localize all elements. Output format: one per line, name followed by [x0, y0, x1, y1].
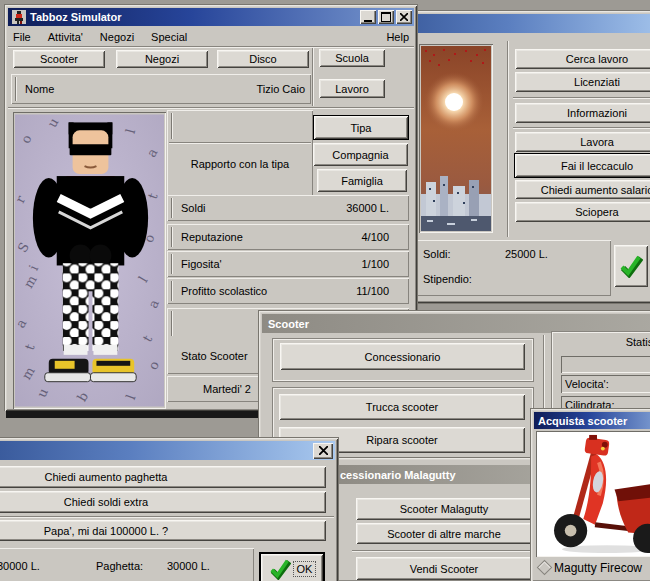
soldi-label: Soldi: — [423, 248, 451, 260]
lavoro-divider — [507, 41, 509, 237]
cerca-lavoro-button[interactable]: Cerca lavoro — [515, 49, 650, 69]
licenziati-button[interactable]: Licenziati — [515, 72, 650, 92]
stat-value: 11/100 — [356, 285, 389, 297]
menu-help[interactable]: Help — [386, 31, 409, 43]
menu-file[interactable]: File — [13, 31, 31, 43]
stat-label: Reputazione — [181, 231, 243, 243]
stat-label: Profitto scolastico — [181, 285, 267, 297]
famiglia-group-line — [0, 516, 334, 518]
scooter-window-title: Scooter — [268, 318, 309, 330]
famiglia-titlebar[interactable] — [0, 441, 335, 460]
check-icon — [269, 558, 291, 580]
header-separator — [8, 107, 414, 109]
nome-value: Tizio Caio — [257, 83, 306, 95]
stat-row-profitto: Profitto scolastico 11/100 — [167, 278, 409, 304]
rapporto-group: Rapporto con la tipa — [167, 110, 313, 197]
close-icon — [400, 13, 408, 21]
famiglia-button[interactable]: Famiglia — [317, 169, 407, 192]
paghetta-label: Paghetta: — [96, 560, 143, 572]
stipendio-label: Stipendio: — [423, 273, 472, 285]
acquista-titlebar[interactable]: Acquista scooter — [534, 412, 650, 429]
scooter-picture-box — [536, 431, 650, 557]
stat-row-figosita: Figosita' 1/100 — [167, 251, 409, 277]
scooter-item-label: Magutty Firecow — [554, 561, 642, 575]
sunset-picture — [419, 44, 493, 233]
lavoro-confirm-button[interactable] — [614, 245, 648, 287]
scooter-name-field — [561, 356, 650, 373]
stat-value: 4/100 — [361, 231, 389, 243]
papa-button[interactable]: Papa', mi dai 100000 L. ? — [0, 520, 326, 541]
stat-label: Figosita' — [181, 258, 222, 270]
desktop: Cerca lavoro Licenziati Informazioni Lav… — [0, 0, 650, 581]
menu-attivita[interactable]: Attivita' — [48, 31, 83, 43]
lavoro-group-line-1 — [513, 97, 650, 99]
scooter-option-diamond[interactable] — [537, 560, 553, 576]
tipa-button[interactable]: Tipa — [314, 116, 408, 139]
date-text: Martedi' 2 — [203, 383, 251, 395]
fai-il-leccaculo-button[interactable]: Fai il leccaculo — [515, 154, 650, 177]
informazioni-button[interactable]: Informazioni — [515, 103, 650, 123]
ok-button[interactable]: OK — [259, 552, 325, 581]
velocita-label: Velocita': — [565, 378, 609, 390]
maximize-button[interactable] — [378, 10, 394, 24]
stat-value: 1/100 — [361, 258, 389, 270]
lavora-button[interactable]: Lavora — [515, 132, 650, 152]
menubar-separator — [8, 46, 414, 48]
scooter-image — [538, 433, 650, 555]
famiglia-close-button[interactable] — [313, 443, 333, 459]
close-icon — [319, 446, 328, 455]
stat-value: 36000 L. — [346, 202, 389, 214]
stat-row-soldi: Soldi 36000 L. — [167, 195, 409, 221]
soldi-value: 25000 L. — [505, 248, 548, 260]
concessionario-button[interactable]: Concessionario — [280, 343, 525, 370]
ok-label: OK — [294, 562, 316, 576]
toolbar-divider — [312, 48, 314, 106]
chiedi-aumento-salario-button[interactable]: Chiedi aumento salario — [515, 180, 650, 199]
vendi-scooter-button[interactable]: Vendi Scooter — [356, 557, 532, 580]
menu-special[interactable]: Special — [151, 31, 187, 43]
famiglia-soldi-value: 30000 L. — [0, 560, 40, 572]
chiedi-aumento-paghetta-button[interactable]: Chiedi aumento paghetta — [0, 466, 326, 488]
lavoro-button[interactable]: Lavoro — [319, 79, 385, 98]
trucca-scooter-button[interactable]: Trucca scooter — [279, 394, 525, 420]
compagnia-button[interactable]: Compagnia — [313, 143, 408, 166]
scooter-altre-marche-button[interactable]: Scooter di altre marche — [356, 523, 532, 544]
sunset-image — [421, 46, 491, 231]
malagutty-group-line — [352, 550, 536, 552]
paghetta-value: 30000 L. — [167, 560, 210, 572]
scooter-malagutty-button[interactable]: Scooter Malagutty — [356, 498, 532, 520]
main-titlebar[interactable]: Tabboz Simulator — [8, 8, 414, 26]
menu-negozi[interactable]: Negozi — [100, 31, 134, 43]
acquista-scooter-window: Acquista scooter Magutty Firecow — [530, 408, 650, 581]
acquista-window-title: Acquista scooter — [538, 415, 627, 427]
character-portrait: ou la rt Si mo la at to mu bl — [13, 112, 166, 409]
stat-label: Soldi — [181, 202, 205, 214]
app-icon — [12, 10, 26, 24]
scooter-button[interactable]: Scooter — [13, 50, 105, 68]
famiglia-info-panel: 30000 L. Paghetta: 30000 L. — [0, 548, 254, 581]
disco-button[interactable]: Disco — [217, 50, 309, 68]
character-image: ou la rt Si mo la at to mu bl — [15, 114, 164, 407]
menubar: File Attivita' Negozi Special Help — [13, 28, 409, 45]
stato-scooter-label: Stato Scooter — [181, 350, 248, 362]
minimize-button[interactable] — [360, 10, 376, 24]
check-icon — [619, 254, 643, 278]
lavoro-group-line-2 — [513, 127, 650, 129]
velocita-row: Velocita': — [561, 375, 650, 393]
close-button[interactable] — [396, 10, 412, 24]
nome-row: Nome Tizio Caio — [11, 74, 311, 104]
rapporto-label: Rapporto con la tipa — [167, 158, 313, 170]
scuola-button[interactable]: Scuola — [319, 49, 385, 67]
sciopera-button[interactable]: Sciopera — [515, 202, 650, 222]
stat-row-reputazione: Reputazione 4/100 — [167, 224, 409, 250]
main-window-title: Tabboz Simulator — [30, 11, 121, 23]
negozi-button[interactable]: Negozi — [116, 50, 208, 68]
famiglia-window: Chiedi aumento paghetta Chiedi soldi ext… — [0, 437, 339, 581]
chiedi-soldi-extra-button[interactable]: Chiedi soldi extra — [0, 491, 326, 513]
nome-label: Nome — [25, 83, 54, 95]
statistiche-title: Statistiche — [552, 336, 650, 348]
lavoro-info-panel: Soldi: 25000 L. Stipendio: — [417, 240, 611, 296]
malagutty-window-title: cessionario Malagutty — [340, 469, 456, 481]
